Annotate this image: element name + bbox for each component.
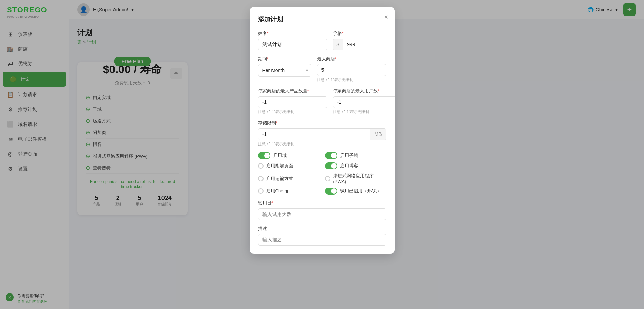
max-stores-label: 最大商店* (317, 56, 386, 62)
name-input[interactable] (258, 39, 327, 50)
max-users-group: 每家商店的最大用户数* 注意："-1"表示无限制 (333, 88, 395, 114)
storage-hint: 注意："-1"表示无限制 (258, 141, 386, 147)
toggle-shipping-label: 启用运输方式 (266, 176, 293, 182)
max-users-input[interactable] (333, 96, 395, 108)
toggle-subdomain-switch[interactable] (325, 152, 337, 159)
toggle-blog-label: 启用博客 (340, 163, 358, 169)
description-group: 描述 (258, 226, 386, 246)
toggle-trial-label: 试用已启用（开/关） (340, 188, 382, 194)
description-label: 描述 (258, 226, 386, 232)
storage-input[interactable] (258, 129, 370, 140)
radio-chatgpt[interactable] (258, 188, 264, 194)
period-select[interactable]: Per Month Per Year Lifetime (258, 64, 311, 77)
radio-shipping[interactable] (258, 176, 264, 181)
price-input[interactable] (343, 39, 394, 50)
add-plan-modal: 添加计划 × 姓名* 价格* $ (250, 7, 395, 254)
max-products-users-row: 每家商店的最大产品数量* 注意："-1"表示无限制 每家商店的最大用户数* 注意… (258, 88, 386, 114)
trial-days-input[interactable] (258, 208, 386, 220)
max-stores-input[interactable] (317, 64, 386, 76)
description-input[interactable] (258, 234, 386, 246)
toggles-grid: 启用域 启用子域 启用附加页面 启用博客 启用运输方式 渐进式 (258, 152, 386, 195)
price-label: 价格* (333, 30, 395, 37)
price-group: 价格* $ (333, 30, 395, 50)
max-users-label: 每家商店的最大用户数* (333, 88, 395, 94)
period-label: 期间* (258, 56, 311, 62)
name-label: 姓名* (258, 30, 327, 37)
name-group: 姓名* (258, 30, 327, 50)
toggle-addon-page-label: 启用附加页面 (266, 163, 293, 169)
period-group: 期间* Per Month Per Year Lifetime ▾ (258, 56, 311, 82)
max-products-label: 每家商店的最大产品数量* (258, 88, 327, 94)
toggle-enable-subdomain: 启用子域 (325, 152, 386, 159)
price-prefix: $ (333, 39, 343, 50)
toggle-pwa-label: 渐进式网络应用程序 (PWA) (333, 173, 386, 184)
storage-input-wrap: MB (258, 128, 386, 140)
toggle-enable-shipping: 启用运输方式 (258, 173, 319, 184)
modal-title: 添加计划 (258, 15, 386, 23)
max-products-input[interactable] (258, 96, 327, 108)
max-stores-hint: 注意："-1"表示无限制 (317, 77, 386, 82)
toggle-domain-label: 启用域 (273, 152, 287, 159)
period-stores-row: 期间* Per Month Per Year Lifetime ▾ 最大商店* … (258, 56, 386, 82)
toggle-trial-switch[interactable] (325, 188, 337, 195)
toggle-domain-switch[interactable] (258, 152, 270, 159)
storage-suffix: MB (370, 129, 386, 140)
toggle-enable-blog: 启用博客 (325, 162, 386, 169)
max-stores-group: 最大商店* 注意："-1"表示无限制 (317, 56, 386, 82)
price-input-wrap: $ (333, 39, 395, 50)
trial-days-label: 试用日* (258, 200, 386, 206)
toggle-enable-chatgpt: 启用Chatgpt (258, 188, 319, 195)
storage-label: 存储限制* (258, 120, 386, 126)
toggle-blog-switch[interactable] (325, 162, 337, 169)
toggle-trial-enabled: 试用已启用（开/关） (325, 188, 386, 195)
toggle-chatgpt-label: 启用Chatgpt (266, 188, 291, 194)
name-price-row: 姓名* 价格* $ (258, 30, 386, 50)
toggle-enable-pwa: 渐进式网络应用程序 (PWA) (325, 173, 386, 184)
toggle-subdomain-label: 启用子域 (340, 152, 358, 159)
max-products-hint: 注意："-1"表示无限制 (258, 109, 327, 114)
period-select-wrap: Per Month Per Year Lifetime ▾ (258, 64, 311, 77)
toggle-enable-addon-page: 启用附加页面 (258, 162, 319, 169)
radio-addon-page[interactable] (258, 163, 264, 169)
storage-group: 存储限制* MB 注意："-1"表示无限制 (258, 120, 386, 147)
max-products-group: 每家商店的最大产品数量* 注意："-1"表示无限制 (258, 88, 327, 114)
radio-pwa[interactable] (325, 176, 330, 181)
trial-days-group: 试用日* (258, 200, 386, 220)
modal-overlay: 添加计划 × 姓名* 价格* $ (0, 0, 644, 309)
toggle-enable-domain: 启用域 (258, 152, 319, 159)
modal-close-button[interactable]: × (384, 13, 388, 21)
max-users-hint: 注意："-1"表示无限制 (333, 109, 395, 114)
